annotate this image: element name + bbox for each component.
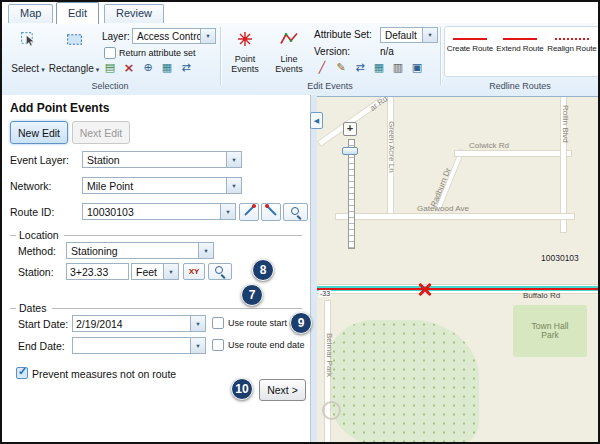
tab-map[interactable]: Map xyxy=(8,4,53,23)
magnifier-icon xyxy=(288,205,304,220)
create-route-button[interactable]: Create Route xyxy=(446,29,494,71)
switch-selection-icon[interactable] xyxy=(178,60,194,75)
event-layer-value: Station xyxy=(87,154,226,166)
select-tool-button[interactable]: Select xyxy=(8,27,48,77)
event-attributes-icon[interactable] xyxy=(371,60,387,75)
tab-review[interactable]: Review xyxy=(104,4,164,23)
zoom-slider-handle[interactable] xyxy=(342,147,358,155)
realign-route-button[interactable]: Realign Route xyxy=(548,29,596,71)
edit-event-icon[interactable] xyxy=(333,60,349,75)
tab-edit[interactable]: Edit xyxy=(56,2,99,24)
rectangle-select-button[interactable]: Rectangle xyxy=(50,27,98,77)
start-date-input[interactable] xyxy=(73,316,195,331)
panel-title: Add Point Events xyxy=(10,101,109,115)
point-events-button[interactable]: Point Events xyxy=(224,27,266,77)
return-attribute-set-checkbox[interactable] xyxy=(104,47,116,59)
dates-group-label: Dates xyxy=(19,302,46,314)
split-event-icon[interactable] xyxy=(314,60,330,75)
next-button[interactable]: Next > xyxy=(259,379,306,401)
zoom-to-selection-icon[interactable] xyxy=(140,60,156,75)
town-hall-park-area: Town Hall Park xyxy=(513,305,587,357)
redline-routes-group-label: Redline Routes xyxy=(440,81,600,91)
prevent-measures-checkbox[interactable] xyxy=(16,367,28,379)
chevron-down-icon xyxy=(190,316,205,331)
network-select[interactable]: Mile Point xyxy=(82,177,242,194)
road-colwick-rd xyxy=(454,150,572,157)
attribute-set-select[interactable]: Default xyxy=(380,27,438,43)
selectable-layers-icon[interactable] xyxy=(102,60,118,75)
return-attribute-set-label: Return attribute set xyxy=(119,48,196,58)
events-table-icon[interactable] xyxy=(390,60,406,75)
rectangle-select-label: Rectangle xyxy=(49,63,100,74)
end-date-input[interactable] xyxy=(73,338,195,353)
use-route-end-date-checkbox[interactable] xyxy=(212,339,224,351)
start-date-combo[interactable] xyxy=(72,315,206,332)
route-id-label: Route ID: xyxy=(10,206,54,218)
chevron-down-icon xyxy=(226,152,241,167)
route-target-icon xyxy=(265,203,278,221)
next-edit-button[interactable]: Next Edit xyxy=(72,121,130,144)
callout-10: 10 xyxy=(231,378,253,400)
chevron-down-icon xyxy=(422,28,437,42)
layer-select[interactable]: Access Control xyxy=(132,28,216,44)
station-search-button[interactable] xyxy=(208,263,232,280)
select-tool-label: Select xyxy=(11,63,44,74)
point-events-label: Point Events xyxy=(227,55,263,74)
prevent-measures-label: Prevent measures not on route xyxy=(32,368,176,380)
route-id-combo[interactable]: 10030103 xyxy=(82,203,236,220)
map-canvas[interactable]: Town Hall Park ar Rd Green Acre Ln Radbu… xyxy=(317,95,600,444)
select-route-on-map-button[interactable] xyxy=(239,203,259,221)
street-label-colwick: Colwick Rd xyxy=(469,141,509,150)
rectangle-select-icon xyxy=(66,31,83,50)
solid-redline-icon xyxy=(453,38,487,40)
zoom-to-route-button[interactable] xyxy=(261,203,281,221)
ribbon-tab-bar: Map Edit Review xyxy=(2,2,598,23)
end-date-combo[interactable] xyxy=(72,337,206,354)
realign-route-label: Realign Route xyxy=(547,44,596,53)
station-input[interactable] xyxy=(66,263,129,280)
route-search-button[interactable] xyxy=(283,203,308,221)
selection-attributes-icon[interactable] xyxy=(159,60,175,75)
layer-label: Layer: xyxy=(102,31,130,42)
chevron-down-icon xyxy=(96,63,100,74)
station-units-value: Feet xyxy=(136,266,163,278)
dates-group-line xyxy=(52,308,302,309)
chevron-down-icon xyxy=(226,178,241,193)
clear-selection-icon[interactable] xyxy=(121,60,137,75)
create-route-label: Create Route xyxy=(447,44,493,53)
version-value: n/a xyxy=(380,46,394,57)
panel-splitter[interactable] xyxy=(310,95,317,444)
callout-8: 8 xyxy=(252,259,274,281)
edit-events-group-label: Edit Events xyxy=(220,81,440,91)
method-select[interactable]: Stationing xyxy=(66,242,214,259)
zoom-in-button[interactable]: + xyxy=(343,122,357,136)
street-label-green-acre: Green Acre Ln xyxy=(387,121,396,173)
extend-route-label: Extend Route xyxy=(496,44,543,53)
events-grid-icon[interactable] xyxy=(409,60,425,75)
event-layer-select[interactable]: Station xyxy=(82,151,242,168)
road-gatewood-ave xyxy=(335,213,575,220)
new-edit-button[interactable]: New Edit xyxy=(10,121,68,144)
chevron-down-icon xyxy=(220,204,235,219)
method-label: Method: xyxy=(18,245,56,257)
xy-coordinates-button[interactable]: XY xyxy=(183,263,205,280)
chevron-down-icon xyxy=(41,63,45,74)
use-route-start-date-checkbox[interactable] xyxy=(212,317,224,329)
road-partial xyxy=(317,95,411,147)
station-units-select[interactable]: Feet xyxy=(131,263,179,280)
ribbon-group-divider xyxy=(220,27,221,85)
location-group-line xyxy=(10,235,16,236)
street-label-gatewood: Gatewood Ave xyxy=(417,204,469,213)
collapse-panel-button[interactable] xyxy=(310,112,323,129)
line-events-icon xyxy=(280,31,298,48)
street-label-rollin: Rollin Blvd xyxy=(561,105,570,143)
extend-route-button[interactable]: Extend Route xyxy=(496,29,544,71)
map-compass-circle xyxy=(322,401,341,420)
line-events-button[interactable]: Line Events xyxy=(268,27,310,77)
zoom-slider-track[interactable] xyxy=(348,139,355,249)
reassign-route-icon[interactable] xyxy=(352,60,368,75)
chevron-down-icon xyxy=(163,264,178,279)
select-cursor-icon xyxy=(20,31,37,50)
selection-group-label: Selection xyxy=(2,81,218,91)
street-label-buffalo: Buffalo Rd xyxy=(523,291,560,300)
